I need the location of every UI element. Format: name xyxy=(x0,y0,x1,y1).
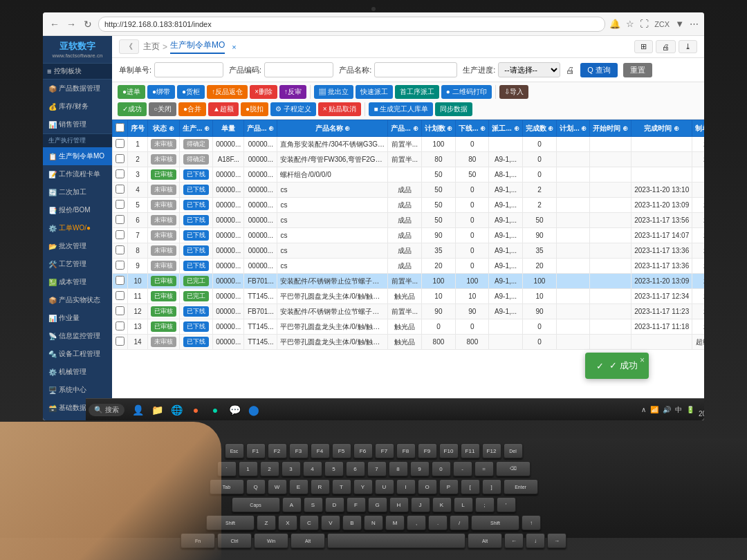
key-semicolon[interactable]: ; xyxy=(475,497,495,512)
top-btn-2[interactable]: 🖨 xyxy=(656,40,676,53)
btn-import[interactable]: ⇩导入 xyxy=(499,85,528,99)
nav-forward-btn[interactable] xyxy=(65,18,77,30)
query-btn[interactable]: Q 查询 xyxy=(580,63,618,77)
key-9[interactable]: 9 xyxy=(410,461,430,476)
row-checkbox[interactable] xyxy=(116,230,124,239)
row-checkbox[interactable] xyxy=(116,215,124,224)
key-alt[interactable]: Alt xyxy=(290,533,325,548)
sidebar-item-equipment[interactable]: 🔩设备工程管理 xyxy=(43,345,112,363)
key-minus[interactable]: - xyxy=(453,461,472,476)
key-f5[interactable]: F5 xyxy=(332,443,351,458)
sidebar-item-batch[interactable]: 📂批次管理 xyxy=(43,237,112,255)
btn-return-warehouse[interactable]: ↑反品返仓 xyxy=(207,85,248,99)
key-b[interactable]: B xyxy=(342,515,362,530)
top-btn-1[interactable]: ⊞ xyxy=(634,40,653,53)
sidebar-item-monitor[interactable]: 📡信息监控管理 xyxy=(43,327,112,345)
sidebar-item-cost[interactable]: 💹成本管理 xyxy=(43,273,112,291)
row-checkbox[interactable] xyxy=(116,261,124,270)
key-f10[interactable]: F10 xyxy=(439,443,459,458)
key-rbracket[interactable]: ] xyxy=(482,479,501,494)
btn-cancel-crystal[interactable]: × 贴晶取消 xyxy=(318,102,362,116)
taskbar-wechat-icon[interactable]: 💬 xyxy=(227,402,242,418)
sidebar-item-inventory[interactable]: 💰库存/财务 xyxy=(43,97,112,115)
table-row[interactable]: 12 已审核 已下线 00000... FB701... 安装配件/不锈钢带止位… xyxy=(113,304,705,319)
refresh-btn[interactable] xyxy=(82,18,94,30)
row-checkbox[interactable] xyxy=(116,245,124,254)
key-f2[interactable]: F2 xyxy=(268,443,287,458)
sidebar-item-workflow[interactable]: 📝工作流程卡单 xyxy=(43,165,112,183)
key-ralt[interactable]: Alt xyxy=(468,533,502,548)
btn-detach[interactable]: ●脱扣 xyxy=(241,102,268,116)
key-right[interactable]: → xyxy=(547,533,566,548)
key-equals[interactable]: = xyxy=(474,461,494,476)
row-checkbox[interactable] xyxy=(116,154,124,163)
nav-back-btn[interactable] xyxy=(48,18,61,30)
btn-close[interactable]: ○关闭 xyxy=(149,102,176,116)
key-space[interactable] xyxy=(327,533,465,548)
sidebar-item-workload[interactable]: 📊作业量 xyxy=(43,309,112,327)
key-z[interactable]: Z xyxy=(257,515,276,530)
key-f[interactable]: F xyxy=(347,497,366,512)
btn-quick-dispatch[interactable]: 快速派工 xyxy=(356,85,393,99)
btn-reverse[interactable]: ↑反审 xyxy=(279,85,306,99)
key-rshift[interactable]: Shift xyxy=(471,515,519,530)
key-g[interactable]: G xyxy=(368,497,387,512)
taskbar-user-icon[interactable]: 👤 xyxy=(130,402,145,418)
row-checkbox[interactable] xyxy=(116,169,124,178)
sidebar-item-mo[interactable]: 📋生产制令单MO xyxy=(43,147,112,165)
key-f8[interactable]: F8 xyxy=(396,443,416,458)
row-checkbox[interactable] xyxy=(116,291,124,300)
btn-gen-complete[interactable]: ■ 生成完工人库单 xyxy=(369,102,433,116)
key-left[interactable]: ← xyxy=(504,533,524,548)
sidebar-item-quote-bom[interactable]: 📑报价/BOM xyxy=(43,201,112,219)
btn-qr-print[interactable]: ● 二维码打印 xyxy=(441,85,492,99)
sidebar-item-product-data[interactable]: 📦产品数据管理 xyxy=(43,80,112,97)
key-6[interactable]: 6 xyxy=(346,461,365,476)
key-n[interactable]: N xyxy=(364,515,383,530)
key-5[interactable]: 5 xyxy=(324,461,344,476)
key-f3[interactable]: F3 xyxy=(289,443,308,458)
btn-container[interactable]: ●货柜 xyxy=(177,85,205,99)
success-close-btn[interactable]: × xyxy=(640,355,645,365)
key-x[interactable]: X xyxy=(278,515,297,530)
taskbar-edge-icon[interactable]: 🌐 xyxy=(169,402,184,418)
row-checkbox[interactable] xyxy=(116,276,124,285)
taskbar-app-icon-2[interactable]: ● xyxy=(208,402,223,418)
table-row[interactable]: 4 未审核 已下线 00000... 00000... cs 成品 50 0 A… xyxy=(113,183,705,198)
taskbar-app-icon-3[interactable]: ⬤ xyxy=(246,402,261,418)
table-row[interactable]: 14 未审核 已下线 00000... TT145... 平巴带孔圆盘龙头主体/… xyxy=(113,335,705,350)
key-w[interactable]: W xyxy=(268,479,287,494)
btn-first-dispatch[interactable]: 首工序派工 xyxy=(395,85,439,99)
key-s[interactable]: S xyxy=(304,497,323,512)
row-checkbox[interactable] xyxy=(116,306,124,315)
key-u[interactable]: U xyxy=(375,479,394,494)
key-slash[interactable]: / xyxy=(450,515,469,530)
table-row[interactable]: 9 未审核 已下线 00000... 00000... cs 成品 20 0 A… xyxy=(113,259,705,274)
btn-complete[interactable]: ✓成功 xyxy=(118,102,147,116)
key-down[interactable]: ↓ xyxy=(526,533,545,548)
top-btn-3[interactable]: ⤓ xyxy=(679,40,697,53)
taskbar-search[interactable]: 🔍 搜索 xyxy=(89,404,124,416)
row-checkbox[interactable] xyxy=(116,200,124,209)
key-backspace[interactable]: ⌫ xyxy=(496,461,531,476)
key-del[interactable]: Del xyxy=(504,443,523,458)
row-checkbox[interactable] xyxy=(116,185,124,194)
key-f1[interactable]: F1 xyxy=(246,443,266,458)
key-r[interactable]: R xyxy=(311,479,330,494)
key-k[interactable]: K xyxy=(432,497,452,512)
key-o[interactable]: O xyxy=(418,479,437,494)
sidebar-item-product-status[interactable]: 📦产品实物状态 xyxy=(43,291,112,309)
sidebar-item-wo[interactable]: ⚙️工单WO/● xyxy=(43,219,112,237)
row-checkbox[interactable] xyxy=(116,139,124,148)
taskbar-explorer-icon[interactable]: 📁 xyxy=(149,402,165,418)
key-h[interactable]: H xyxy=(389,497,409,512)
table-row[interactable]: 3 已审核 已下线 00000... 00000... 螺杆组合/0/0/0/0… xyxy=(113,167,705,183)
collapse-btn[interactable]: 《 xyxy=(119,39,139,54)
key-3[interactable]: 3 xyxy=(282,461,301,476)
key-f6[interactable]: F6 xyxy=(353,443,373,458)
reset-btn[interactable]: 重置 xyxy=(623,63,652,77)
menu-toggle-btn[interactable]: ≡ 控制板块 xyxy=(43,64,112,80)
product-name-input[interactable] xyxy=(374,62,457,77)
key-1[interactable]: 1 xyxy=(239,461,258,476)
key-up[interactable]: ↑ xyxy=(522,515,541,530)
